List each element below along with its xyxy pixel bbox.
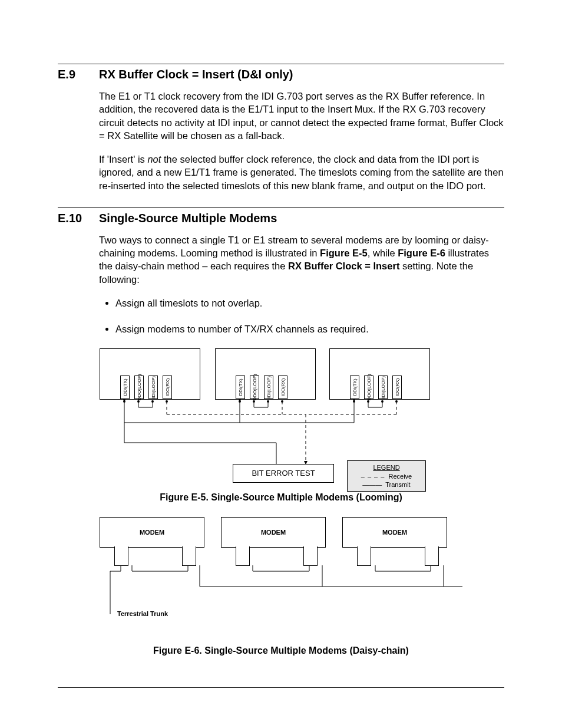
section-title: RX Buffer Clock = Insert (D&I only) xyxy=(99,68,293,81)
list-item: Assign modems to number of TX/RX channel… xyxy=(115,322,504,335)
figure-caption: Figure E-6. Single-Source Multiple Modem… xyxy=(58,645,504,656)
port-stub xyxy=(182,546,196,566)
modem-box: MODEM xyxy=(221,517,326,548)
port-stub xyxy=(303,546,318,566)
figure-e6: MODEM MODEM MODEM Terrestrial Trunk xyxy=(58,517,504,629)
port-stub xyxy=(425,546,439,566)
list-item: Assign all timeslots to not overlap. xyxy=(115,297,504,309)
port-stub xyxy=(357,546,371,566)
modem-box: DDI(TX) DDO(LOOP) IDI(LOOP) IDO(RX) xyxy=(329,348,430,400)
section-number: E.9 xyxy=(58,68,99,81)
paragraph: Two ways to connect a single T1 or E1 st… xyxy=(99,233,504,286)
section-number: E.10 xyxy=(58,212,99,225)
modem-box: DDI(TX) DDO(LOOP) IDI(LOOP) IDO(RX) xyxy=(215,348,316,400)
section-body: The E1 or T1 clock recovery from the IDI… xyxy=(99,90,504,192)
section-heading-e10: E.10 Single-Source Multiple Modems xyxy=(58,212,504,225)
modem-box: MODEM xyxy=(100,517,204,548)
figure-e5: DDI(TX) DDO(LOOP) IDI(LOOP) IDO(RX) DDI(… xyxy=(58,348,504,486)
modem-box: MODEM xyxy=(342,517,447,548)
terrestrial-trunk-label: Terrestrial Trunk xyxy=(117,610,168,617)
section-heading-e9: E.9 RX Buffer Clock = Insert (D&I only) xyxy=(58,68,504,81)
section-rule xyxy=(58,64,504,64)
bit-error-test-box: BIT ERROR TEST xyxy=(233,464,334,483)
port-stub xyxy=(114,546,128,566)
section-title: Single-Source Multiple Modems xyxy=(99,212,277,225)
legend-box: LEGEND – – – – Receive ——— Transmit xyxy=(347,460,426,492)
page: E.9 RX Buffer Clock = Insert (D&I only) … xyxy=(0,0,562,728)
bullet-list: Assign all timeslots to not overlap. Ass… xyxy=(99,297,504,336)
paragraph: If 'Insert' is not the selected buffer c… xyxy=(99,153,504,192)
figure-caption: Figure E-5. Single-Source Multiple Modem… xyxy=(58,492,504,503)
modem-box: DDI(TX) DDO(LOOP) IDI(LOOP) IDO(RX) xyxy=(100,348,200,400)
section-body: Two ways to connect a single T1 or E1 st… xyxy=(99,233,504,286)
footer-rule xyxy=(58,687,504,688)
port-stub xyxy=(236,546,250,566)
paragraph: The E1 or T1 clock recovery from the IDI… xyxy=(99,90,504,142)
section-rule xyxy=(58,207,504,208)
